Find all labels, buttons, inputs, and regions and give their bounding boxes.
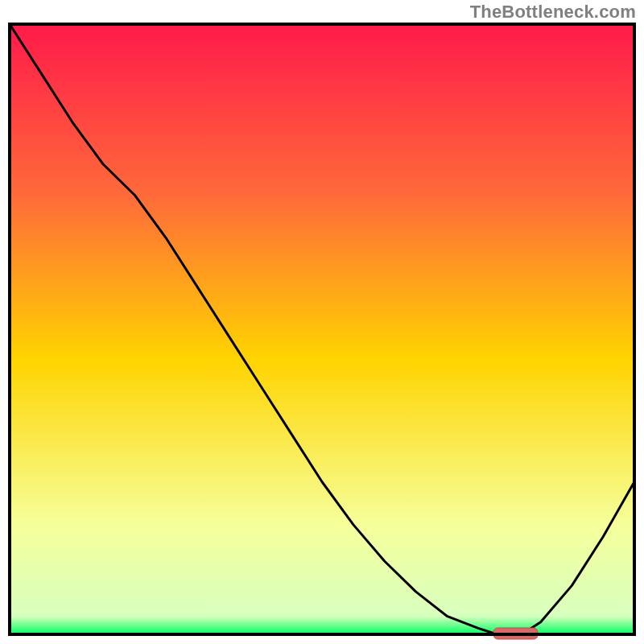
chart-canvas: [0, 0, 644, 644]
chart-root: TheBottleneck.com: [0, 0, 644, 644]
plot-area-gradient: [10, 24, 634, 634]
